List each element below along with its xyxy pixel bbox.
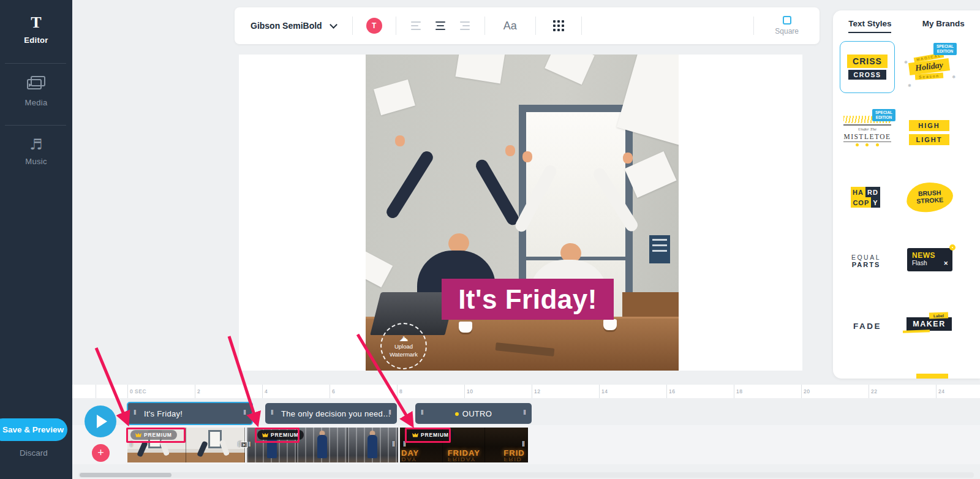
timeline-scrollbar-thumb[interactable]	[80, 473, 172, 477]
text-color-button[interactable]: T	[366, 18, 382, 34]
trim-handle-left[interactable]: ‖	[134, 409, 137, 416]
ruler-label: 6	[332, 388, 335, 394]
font-size-button[interactable]: Aa	[485, 20, 535, 32]
style-text: HIGH	[909, 120, 949, 131]
text-clip-outro[interactable]: ‖ OUTRO ‖	[415, 403, 532, 424]
coffee-cup-graphic	[603, 319, 617, 330]
trim-handle-right[interactable]: ‖	[243, 409, 246, 416]
font-family-select[interactable]: Gibson SemiBold	[235, 21, 352, 31]
tab-my-brands[interactable]: My Brands	[922, 19, 965, 33]
paper-graphic	[374, 80, 415, 115]
ruler-label: 12	[534, 388, 540, 394]
ruler-label: 24	[938, 388, 944, 394]
style-text: MISTLETOE	[843, 133, 891, 140]
ruler-label: 20	[804, 388, 810, 394]
sidebar-item-editor[interactable]: T Editor	[0, 15, 72, 45]
font-family-value: Gibson SemiBold	[251, 21, 322, 31]
special-edition-badge: SPECIAL EDITION	[933, 43, 957, 55]
text-toolbar: Gibson SemiBold T Aa Square	[235, 7, 820, 44]
clip-frame	[297, 428, 347, 462]
watermark-label-line1: Upload	[394, 343, 413, 350]
clip-frame	[186, 428, 245, 462]
person-left-arm	[384, 149, 435, 221]
style-card-high-light[interactable]: HIGH LIGHT	[907, 119, 951, 146]
highlight-annotation-box	[405, 428, 451, 443]
format-square-button[interactable]: Square	[754, 16, 820, 36]
timeline-ruler[interactable]: 0 SEC 2 4 6 8 10 12 14 16 18 20 22 24	[72, 385, 980, 398]
align-left-icon[interactable]	[411, 21, 423, 30]
watermark-label-line2: Watermark	[390, 351, 418, 358]
clip-label: The only decision you need…	[281, 409, 391, 418]
divider	[535, 17, 536, 35]
align-right-icon[interactable]	[458, 21, 470, 30]
ruler-label: 2	[197, 388, 200, 394]
divider	[581, 17, 582, 35]
style-card-criss-cross[interactable]: CRISS CROSS	[840, 41, 895, 93]
video-editor-app: T Editor Media ♬ Music Save & Preview Di…	[0, 0, 980, 479]
style-card-fade[interactable]: FADE	[853, 320, 881, 332]
ruler-label: 18	[736, 388, 742, 394]
sidebar-item-label: Music	[0, 157, 72, 166]
save-preview-button[interactable]: Save & Preview	[0, 418, 67, 441]
style-card-holiday[interactable]: SPECIAL EDITION ❄❄❄ MAGICAL Holiday Seas…	[902, 43, 957, 91]
style-card-brush-stroke[interactable]: BRUSHSTROKE	[907, 183, 953, 212]
ruler-label: 22	[871, 388, 877, 394]
timeline-scrollbar-track[interactable]	[78, 472, 974, 478]
upload-watermark-button[interactable]: ☁↑ Upload Watermark	[380, 323, 427, 369]
text-clip-decision[interactable]: ‖ The only decision you need… ‖	[265, 403, 397, 424]
style-text: CROSS	[848, 70, 887, 80]
style-text: STROKE	[916, 196, 943, 205]
trim-handle-right[interactable]: ‖	[392, 440, 395, 448]
add-clip-button[interactable]: +	[92, 444, 110, 462]
align-center-icon[interactable]	[434, 21, 447, 30]
style-card-partial[interactable]	[916, 374, 948, 379]
trim-handle-left[interactable]: ‖	[271, 409, 274, 416]
clip-label: It's Friday!	[144, 409, 183, 418]
style-card-news-flash[interactable]: NEWS Flash ✕	[906, 247, 954, 272]
clip-frame	[348, 428, 398, 462]
special-edition-badge: SPECIAL EDITION	[872, 109, 895, 121]
ruler-label: 14	[601, 388, 608, 394]
style-card-hard-copy[interactable]: HARD COPY	[848, 183, 883, 211]
coffee-cup-graphic	[459, 322, 472, 333]
transition-icon[interactable]: ‖▸‖	[238, 441, 251, 448]
style-text: PARTS	[852, 261, 880, 268]
video-preview-frame[interactable]: It's Friday! ☁↑ Upload Watermark	[366, 55, 679, 371]
yellow-dot-icon	[455, 412, 459, 416]
style-text: COP	[851, 197, 871, 208]
ruler-label: 8	[399, 388, 402, 394]
panel-tabs: Text Styles My Brands	[833, 19, 980, 33]
style-text: Flash	[912, 260, 948, 266]
person-left-arm	[473, 157, 521, 227]
style-text: CRISS	[847, 55, 888, 68]
caption-text-element[interactable]: It's Friday!	[442, 279, 614, 320]
paper-graphic	[545, 55, 594, 85]
style-text: HA	[851, 187, 865, 197]
play-button[interactable]	[85, 405, 116, 437]
sidebar-item-label: Editor	[0, 36, 72, 45]
sidebar-item-media[interactable]: Media	[0, 76, 72, 107]
trim-handle-right[interactable]: ‖	[388, 409, 391, 416]
trim-handle-right[interactable]: ‖	[523, 409, 526, 416]
text-tool-icon: T	[31, 13, 41, 31]
style-text: FADE	[853, 322, 881, 331]
tab-text-styles[interactable]: Text Styles	[848, 19, 891, 33]
discard-button[interactable]: Discard	[0, 448, 67, 458]
text-clip-its-friday[interactable]: ‖ It's Friday! ‖	[127, 402, 253, 425]
style-card-mistletoe[interactable]: SPECIAL EDITION Under The MISTLETOE	[840, 108, 894, 154]
ruler-label: 4	[265, 388, 268, 394]
canvas-area: It's Friday! ☁↑ Upload Watermark	[239, 55, 802, 371]
sidebar-item-music[interactable]: ♬ Music	[0, 137, 72, 166]
layout-grid-icon[interactable]	[553, 20, 564, 31]
style-card-equal-parts[interactable]: EQUAL PARTS	[851, 252, 881, 270]
style-card-label-maker[interactable]: Label MAKER	[905, 314, 953, 334]
square-format-icon	[783, 16, 791, 25]
hand-graphic	[522, 151, 532, 162]
style-text: LIGHT	[909, 134, 949, 145]
trim-handle-left[interactable]: ‖	[421, 409, 424, 416]
highlight-annotation-box	[255, 428, 300, 443]
trim-handle-right[interactable]: ‖	[522, 440, 525, 448]
ruler-label: 0 SEC	[130, 388, 146, 394]
upload-cloud-icon: ☁↑	[399, 334, 409, 343]
close-icon: ✕	[943, 260, 948, 266]
